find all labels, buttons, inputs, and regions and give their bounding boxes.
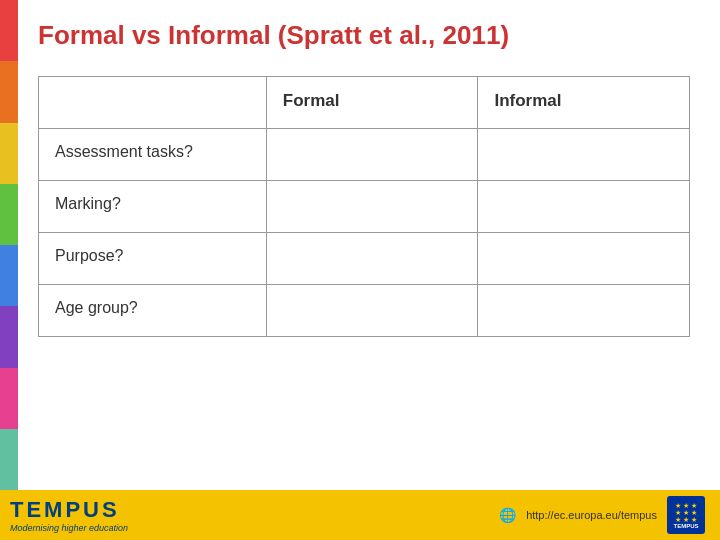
bar-teal — [0, 429, 18, 490]
eu-tempus-label: TEMPUS — [673, 523, 698, 529]
eu-stars: ★ ★ ★★ ★ ★★ ★ ★ — [673, 502, 698, 523]
table-row: Purpose? — [39, 233, 690, 285]
left-color-bar — [0, 0, 18, 490]
comparison-table: Formal Informal Assessment tasks? Markin… — [38, 76, 690, 337]
row-formal-age-group — [266, 285, 478, 337]
globe-icon: 🌐 — [499, 507, 516, 523]
footer-url: http://ec.europa.eu/tempus — [526, 509, 657, 521]
header-formal-col: Formal — [266, 77, 478, 129]
header-informal-col: Informal — [478, 77, 690, 129]
bar-orange — [0, 61, 18, 122]
row-label-assessment: Assessment tasks? — [39, 129, 267, 181]
table-row: Marking? — [39, 181, 690, 233]
row-informal-marking — [478, 181, 690, 233]
table-header-row: Formal Informal — [39, 77, 690, 129]
page-title: Formal vs Informal (Spratt et al., 2011) — [38, 20, 690, 51]
row-formal-purpose — [266, 233, 478, 285]
eu-logo: ★ ★ ★★ ★ ★★ ★ ★ TEMPUS — [667, 496, 705, 534]
table-row: Age group? — [39, 285, 690, 337]
row-label-age-group: Age group? — [39, 285, 267, 337]
bar-green — [0, 184, 18, 245]
row-informal-purpose — [478, 233, 690, 285]
footer-right: 🌐 http://ec.europa.eu/tempus ★ ★ ★★ ★ ★★… — [499, 496, 705, 534]
main-content: Formal vs Informal (Spratt et al., 2011)… — [18, 0, 720, 490]
table-row: Assessment tasks? — [39, 129, 690, 181]
bar-yellow — [0, 123, 18, 184]
row-formal-assessment — [266, 129, 478, 181]
footer-logo-area: TEMPUS Modernising higher education — [10, 497, 128, 533]
row-informal-age-group — [478, 285, 690, 337]
footer: TEMPUS Modernising higher education 🌐 ht… — [0, 490, 720, 540]
row-label-purpose: Purpose? — [39, 233, 267, 285]
bar-pink — [0, 368, 18, 429]
bar-blue — [0, 245, 18, 306]
row-label-marking: Marking? — [39, 181, 267, 233]
tempus-logo: TEMPUS — [10, 497, 128, 523]
row-formal-marking — [266, 181, 478, 233]
tempus-tagline: Modernising higher education — [10, 523, 128, 533]
row-informal-assessment — [478, 129, 690, 181]
bar-red — [0, 0, 18, 61]
bar-purple — [0, 306, 18, 367]
header-label-col — [39, 77, 267, 129]
